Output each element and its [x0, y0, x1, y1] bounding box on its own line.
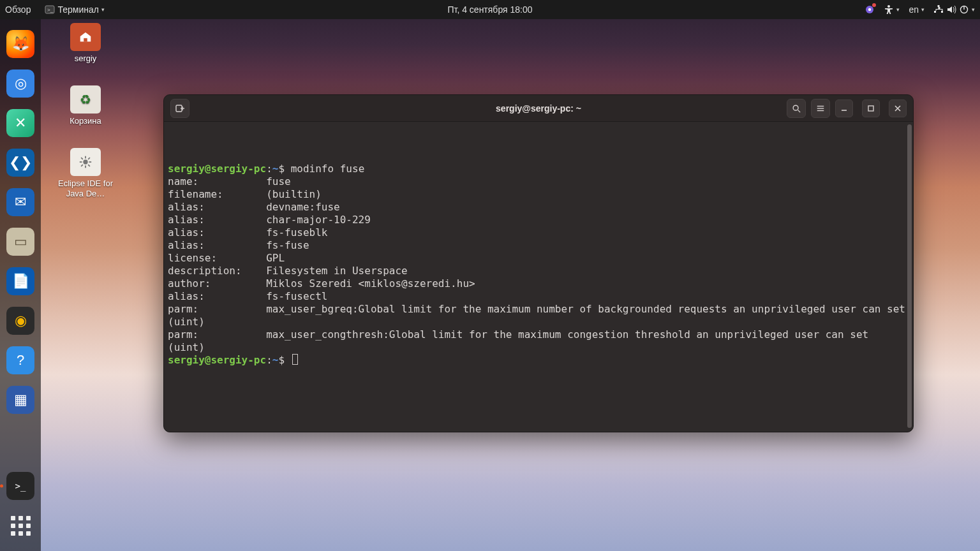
dock-thunderbird[interactable]: ✉ [4, 186, 37, 219]
desktop-home-folder[interactable]: sergiy [54, 23, 117, 64]
svg-rect-29 [868, 106, 873, 111]
thunderbird-icon: ✉ [6, 188, 34, 216]
svg-rect-10 [84, 38, 87, 42]
dock-writer[interactable]: 📄 [4, 265, 37, 298]
desktop-eclipse-launcher[interactable]: Eclipse IDE for Java De… [54, 148, 117, 200]
system-menu[interactable]: ▾ [933, 4, 975, 15]
chevron-down-icon: ▾ [896, 6, 900, 13]
desktop[interactable]: sergiy ♻ Корзина Eclipse IDE for Java De… [41, 19, 980, 551]
remote-client-icon: ✕ [6, 109, 34, 137]
activities-button[interactable]: Обзор [5, 4, 31, 15]
settings-file-icon [70, 148, 101, 176]
notification-icon[interactable] [865, 4, 875, 15]
app-menu[interactable]: >_ Терминал ▾ [45, 4, 104, 15]
chromium-icon: ◎ [6, 70, 34, 98]
files-icon: ▭ [6, 228, 34, 256]
rhythmbox-icon: ◉ [6, 307, 34, 335]
svg-text:>_: >_ [47, 7, 54, 13]
chevron-down-icon: ▾ [921, 6, 924, 13]
dock-help[interactable]: ? [4, 344, 37, 377]
apps-grid-icon [11, 516, 31, 536]
svg-rect-7 [941, 11, 943, 13]
terminal-body[interactable]: sergiy@sergiy-pc:~$ modinfo fusename: fu… [164, 122, 913, 432]
terminal-window: sergiy@sergiy-pc: ~ serg [163, 94, 914, 432]
accessibility-menu[interactable]: ▾ [884, 4, 900, 15]
svg-rect-6 [934, 11, 936, 13]
dock-vscode[interactable]: ❮❯ [4, 146, 37, 179]
search-button[interactable] [787, 99, 806, 118]
network-icon [933, 4, 944, 15]
svg-line-19 [88, 158, 90, 159]
volume-icon [946, 4, 956, 15]
window-title: sergiy@sergiy-pc: ~ [496, 103, 581, 114]
minimize-icon [840, 105, 848, 112]
dock: 🦊 ◎ ✕ ❮❯ ✉ ▭ 📄 ◉ ? ▦ >_ [0, 19, 41, 551]
trash-icon: ♻ [70, 85, 101, 114]
dock-firefox[interactable]: 🦊 [4, 27, 37, 61]
new-tab-button[interactable] [170, 99, 189, 118]
help-icon: ? [6, 346, 34, 374]
svg-point-11 [83, 159, 87, 164]
clock[interactable]: Пт, 4 сентября 18:00 [447, 4, 532, 15]
new-tab-icon [175, 103, 185, 114]
input-source-menu[interactable]: en ▾ [909, 4, 924, 15]
scrollbar[interactable] [907, 124, 912, 428]
maximize-button[interactable] [862, 99, 880, 117]
maximize-icon [867, 105, 875, 112]
dock-chromium[interactable]: ◎ [4, 67, 37, 100]
svg-line-18 [81, 165, 83, 166]
close-icon [894, 105, 902, 112]
power-icon [959, 4, 969, 15]
svg-line-24 [798, 110, 801, 112]
chevron-down-icon: ▾ [972, 6, 975, 13]
app-menu-label: Терминал [57, 4, 98, 15]
desktop-icon-label: sergiy [54, 54, 117, 64]
dock-remote-client[interactable]: ✕ [4, 107, 37, 140]
show-applications[interactable] [4, 509, 37, 542]
vscode-icon: ❮❯ [6, 149, 34, 177]
writer-icon: 📄 [6, 267, 34, 295]
window-titlebar[interactable]: sergiy@sergiy-pc: ~ [164, 95, 913, 122]
svg-point-4 [887, 5, 890, 8]
minimize-button[interactable] [835, 99, 853, 117]
dock-terminal[interactable]: >_ [4, 469, 37, 503]
input-source-label: en [909, 4, 919, 15]
search-icon [792, 104, 801, 113]
close-button[interactable] [889, 99, 907, 117]
svg-line-16 [81, 158, 83, 159]
chevron-down-icon: ▾ [101, 6, 105, 13]
dock-rhythmbox[interactable]: ◉ [4, 304, 37, 337]
svg-rect-5 [938, 5, 940, 7]
svg-point-23 [793, 105, 798, 110]
terminal-app-icon: >_ [45, 4, 55, 15]
firefox-icon: 🦊 [6, 30, 34, 58]
virtualbox-icon: ▦ [6, 386, 34, 414]
terminal-icon: >_ [6, 472, 34, 500]
desktop-trash[interactable]: ♻ Корзина [54, 85, 117, 126]
svg-line-17 [88, 165, 90, 166]
hamburger-menu-button[interactable] [811, 99, 830, 118]
home-folder-icon [70, 23, 101, 51]
hamburger-icon [816, 104, 825, 113]
desktop-icon-label: Eclipse IDE for Java De… [54, 179, 117, 200]
dock-virtualbox[interactable]: ▦ [4, 383, 37, 416]
dock-files[interactable]: ▭ [4, 225, 37, 258]
top-bar: Обзор >_ Терминал ▾ Пт, 4 сентября 18:00… [0, 0, 980, 19]
svg-point-3 [868, 8, 871, 11]
desktop-icon-label: Корзина [54, 116, 117, 126]
